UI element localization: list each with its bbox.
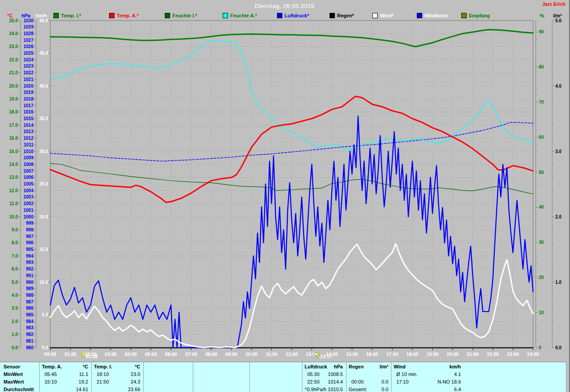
axis-tick-label: 21.0 xyxy=(9,70,18,75)
axis-tick-label: 2.0 xyxy=(555,214,562,219)
time-tick-label: 00:00 xyxy=(45,352,57,357)
table-row-label: Sensor xyxy=(4,364,20,371)
wind-avg10-value: 4.1 xyxy=(416,372,461,378)
axis-tick-label: 11.0 xyxy=(9,201,18,206)
axis-tick-label: 986 xyxy=(26,306,33,311)
wind-max-time: 17:10 xyxy=(396,379,409,386)
axis-tick-label: 1017 xyxy=(24,103,34,108)
axis-tick-label: 30 xyxy=(539,240,544,245)
min-value: 1008.5 xyxy=(312,372,343,378)
axis-tick-label: 22.0 xyxy=(9,57,18,62)
axis-tick-label: 997 xyxy=(26,234,33,239)
col-unit: hPa xyxy=(312,364,343,371)
wind-avg-value: 6.4 xyxy=(416,387,461,392)
max-time: 15:10 xyxy=(45,379,57,386)
time-tick-label: 16:00 xyxy=(366,352,378,357)
table-divider xyxy=(91,362,92,392)
axis-tick-label: 996 xyxy=(26,240,33,245)
axis-tick-label: 984 xyxy=(26,319,33,324)
axis-tick-label: 10.0 xyxy=(40,280,49,285)
axis-tick-label: 1010 xyxy=(24,149,34,154)
axis-tick-label: 1015 xyxy=(24,116,34,121)
weather-chart-svg: 0.01.02.03.04.05.06.07.08.09.010.011.012… xyxy=(0,0,570,361)
axis-tick-label: 1028 xyxy=(24,31,34,36)
axis-tick-label: 10.0 xyxy=(9,214,18,219)
axis-tick-label: 1007 xyxy=(24,169,34,174)
axis-tick-label: 20.0 xyxy=(9,84,18,89)
max-value: 24.3 xyxy=(109,379,140,386)
axis-tick-label: 1020 xyxy=(24,84,34,89)
axis-tick-label: 7.0 xyxy=(12,254,18,259)
time-tick-label: 03:00 xyxy=(105,352,117,357)
lightning-icon xyxy=(82,352,85,358)
time-tick-label: 08:00 xyxy=(205,352,217,357)
axis-tick-label: 20 xyxy=(539,275,544,280)
time-tick-label: 04:00 xyxy=(125,352,137,357)
col-unit: °C xyxy=(57,364,88,371)
min-time: 18:10 xyxy=(97,372,109,378)
min-time: 05:45 xyxy=(45,372,57,378)
axis-tick-label: 16.0 xyxy=(9,136,18,141)
table-divider xyxy=(193,362,193,392)
time-tick-label: 18:00 xyxy=(407,352,419,357)
time-tick-label: 11:00 xyxy=(266,352,277,357)
weather-app-window: Dienstag, 26.05.2015 Jarz Erich °ChPakm/… xyxy=(0,0,570,392)
axis-tick-label: 1005 xyxy=(24,182,34,186)
table-divider xyxy=(391,362,391,392)
axis-tick-label: 995 xyxy=(26,247,33,252)
time-tick-label: 09:00 xyxy=(225,352,237,357)
axis-tick-label: 1024 xyxy=(24,57,34,62)
min-value: 23.0 xyxy=(109,372,140,378)
axis-tick-label: 1029 xyxy=(24,24,34,29)
axis-tick-label: 4.0 xyxy=(555,84,562,89)
table-divider xyxy=(566,362,566,392)
axis-tick-label: 985 xyxy=(26,312,33,317)
time-tick-label: 24:00 xyxy=(527,352,539,357)
rain-total-value: 0.0 xyxy=(357,387,388,392)
axis-tick-label: 1025 xyxy=(24,51,34,56)
time-tick-label: 06:00 xyxy=(165,352,177,357)
axis-tick-label: 0.0 xyxy=(555,345,562,350)
axis-tick-label: 13.0 xyxy=(9,175,18,180)
axis-tick-label: 0.0 xyxy=(12,345,18,350)
axis-tick-label: 983 xyxy=(26,325,33,330)
table-divider xyxy=(39,362,40,392)
axis-tick-label: 1027 xyxy=(24,38,34,43)
axis-tick-label: 70 xyxy=(539,100,544,105)
axis-tick-label: 14.0 xyxy=(9,162,18,167)
axis-tick-label: 1006 xyxy=(24,175,34,180)
axis-tick-label: 1009 xyxy=(24,155,34,160)
time-tick-label: 20:00 xyxy=(447,352,459,357)
axis-tick-label: 1012 xyxy=(24,136,34,141)
time-tick-label: 17:00 xyxy=(386,352,398,357)
axis-tick-label: 8.0 xyxy=(12,240,18,245)
axis-tick-label: 1026 xyxy=(24,44,34,49)
axis-tick-label: 20.0 xyxy=(40,214,49,219)
axis-tick-label: 15.0 xyxy=(40,247,49,252)
axis-tick-label: 1013 xyxy=(24,129,34,134)
axis-tick-label: 23.0 xyxy=(9,44,18,49)
axis-tick-label: 80 xyxy=(539,65,544,69)
avg-value: 1010.5 xyxy=(312,387,343,392)
axis-tick-label: 3.0 xyxy=(12,306,18,311)
time-tick-label: 01:00 xyxy=(65,352,77,357)
axis-tick-label: 10 xyxy=(539,310,544,315)
axis-tick-label: 19.0 xyxy=(9,97,18,101)
axis-tick-label: 50 xyxy=(539,170,544,175)
axis-tick-label: 6.0 xyxy=(12,267,18,271)
table-row-label: MinWert xyxy=(4,372,23,378)
max-value: 1014.4 xyxy=(312,379,343,386)
time-tick-label: 12:00 xyxy=(286,352,298,357)
table-divider xyxy=(346,362,346,392)
axis-tick-label: 40 xyxy=(539,205,544,210)
time-tick-label: 19:00 xyxy=(427,352,439,357)
event-marker-time: 13:17 xyxy=(320,354,332,359)
axis-tick-label: 15.0 xyxy=(9,149,18,154)
axis-tick-label: 30.0 xyxy=(40,149,49,154)
axis-tick-label: 0.0 xyxy=(42,345,48,350)
col-unit: °C xyxy=(109,364,140,371)
axis-tick-label: 1002 xyxy=(24,201,34,206)
time-tick-label: 22:00 xyxy=(487,352,499,357)
wind-avg10-label: Ø 10 min. xyxy=(396,372,418,378)
summary-table: Sensor MinWert MaxWert Durchschnitt Temp… xyxy=(0,362,566,392)
